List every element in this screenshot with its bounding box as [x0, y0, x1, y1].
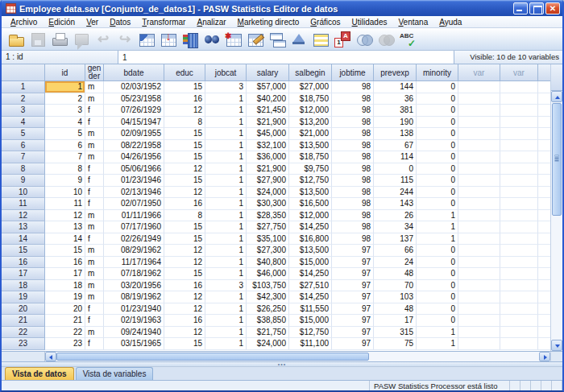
goto-variable-icon[interactable]: [180, 31, 200, 48]
cell[interactable]: 10: [45, 187, 85, 199]
cell[interactable]: 67: [374, 140, 417, 152]
menu-gráficos[interactable]: Gráficos: [305, 17, 346, 27]
row-number[interactable]: 12: [2, 210, 45, 222]
cell[interactable]: [500, 117, 538, 129]
cell[interactable]: 15: [164, 140, 205, 152]
menu-ver[interactable]: Ver: [81, 17, 104, 27]
cell[interactable]: 0: [417, 268, 458, 280]
cell[interactable]: 12: [45, 210, 85, 222]
cell[interactable]: 1: [417, 233, 458, 246]
cell[interactable]: 08/19/1962: [104, 291, 164, 303]
cell[interactable]: 11: [45, 198, 85, 210]
cell[interactable]: $13,500: [289, 187, 332, 199]
column-header-educ[interactable]: educ: [164, 64, 205, 81]
cell[interactable]: 1: [205, 338, 247, 350]
cell[interactable]: 1: [205, 210, 247, 222]
cell[interactable]: $35,100: [247, 233, 289, 246]
cell[interactable]: 98: [332, 233, 374, 246]
cell[interactable]: 98: [332, 93, 374, 105]
select-cases-icon[interactable]: [311, 31, 330, 48]
cell[interactable]: 8: [45, 163, 85, 175]
column-header-var[interactable]: var: [500, 64, 538, 81]
cell[interactable]: 97: [332, 315, 374, 327]
cell[interactable]: 48: [374, 268, 417, 280]
scroll-up-arrow[interactable]: [551, 91, 562, 102]
row-number[interactable]: 17: [2, 268, 45, 280]
cell[interactable]: 3: [205, 81, 247, 93]
use-variable-sets-icon[interactable]: [355, 31, 374, 48]
cell[interactable]: 7: [45, 151, 85, 163]
cell[interactable]: 04/26/1956: [104, 151, 164, 163]
cell[interactable]: 16: [164, 198, 205, 210]
cell[interactable]: 15: [164, 128, 205, 140]
cell[interactable]: 09/24/1940: [104, 327, 164, 339]
cell[interactable]: 0: [417, 93, 458, 105]
menu-datos[interactable]: Datos: [104, 17, 136, 27]
cell[interactable]: 24: [374, 257, 417, 269]
cell[interactable]: $57,000: [247, 81, 289, 93]
cell[interactable]: $27,900: [247, 175, 289, 187]
cell[interactable]: 07/18/1962: [104, 268, 164, 280]
column-header-var[interactable]: var: [458, 64, 500, 81]
cell[interactable]: 07/17/1960: [104, 221, 164, 233]
cell[interactable]: 0: [417, 245, 458, 257]
cell[interactable]: $12,000: [289, 210, 332, 222]
cell[interactable]: $38,850: [247, 315, 289, 327]
cell[interactable]: 4: [45, 117, 85, 129]
column-header-bdate[interactable]: bdate: [104, 64, 164, 81]
cell[interactable]: 15: [164, 338, 205, 350]
cell[interactable]: m: [85, 221, 104, 233]
cell[interactable]: [500, 187, 538, 199]
cell[interactable]: 21: [45, 315, 85, 327]
cell[interactable]: 12: [164, 105, 205, 117]
cell[interactable]: 1: [205, 93, 247, 105]
cell[interactable]: $15,000: [289, 257, 332, 269]
cell[interactable]: 03/15/1965: [104, 338, 164, 350]
cell[interactable]: [458, 315, 500, 327]
row-number[interactable]: 10: [2, 187, 45, 199]
cell[interactable]: 0: [417, 291, 458, 303]
cell[interactable]: $45,000: [247, 128, 289, 140]
cell[interactable]: 1: [205, 245, 247, 257]
cell[interactable]: 0: [417, 140, 458, 152]
tab-data-view[interactable]: Vista de datos: [5, 367, 74, 380]
cell[interactable]: [458, 187, 500, 199]
cell[interactable]: 0: [374, 163, 417, 175]
cell[interactable]: m: [85, 327, 104, 339]
cell[interactable]: 02/26/1949: [104, 233, 164, 246]
cell[interactable]: 98: [332, 163, 374, 175]
print-icon[interactable]: [50, 31, 69, 48]
goto-case-icon[interactable]: [159, 31, 178, 48]
cell[interactable]: f: [85, 175, 104, 187]
cell[interactable]: 138: [374, 128, 417, 140]
menu-ventana[interactable]: Ventana: [392, 17, 433, 27]
cell[interactable]: f: [85, 198, 104, 210]
split-file-icon[interactable]: [267, 31, 287, 48]
cell[interactable]: 12: [164, 291, 205, 303]
cell[interactable]: 12: [164, 163, 205, 175]
cell[interactable]: 115: [374, 175, 417, 187]
cell[interactable]: 1: [205, 221, 247, 233]
value-labels-icon[interactable]: [333, 31, 352, 48]
horizontal-scrollbar[interactable]: [45, 352, 550, 361]
cell[interactable]: 23: [45, 338, 85, 350]
cell[interactable]: m: [85, 268, 104, 280]
cell-value-input[interactable]: [118, 51, 454, 64]
cell[interactable]: [500, 291, 538, 303]
cell[interactable]: 98: [332, 105, 374, 117]
cell[interactable]: 12: [164, 327, 205, 339]
cell[interactable]: 1: [205, 187, 247, 199]
cell[interactable]: 97: [332, 268, 374, 280]
cell[interactable]: 11/17/1964: [104, 257, 164, 269]
cell[interactable]: 70: [374, 280, 417, 292]
row-number[interactable]: 2: [2, 93, 45, 105]
cell[interactable]: 15: [164, 175, 205, 187]
row-number[interactable]: 6: [2, 140, 45, 152]
cell[interactable]: 1: [205, 140, 247, 152]
cell[interactable]: 315: [374, 327, 417, 339]
cell[interactable]: $40,800: [247, 257, 289, 269]
tab-variable-view[interactable]: Vista de variables: [76, 367, 154, 380]
cell[interactable]: $13,500: [289, 245, 332, 257]
cell[interactable]: [500, 210, 538, 222]
menu-analizar[interactable]: Analizar: [191, 17, 231, 27]
